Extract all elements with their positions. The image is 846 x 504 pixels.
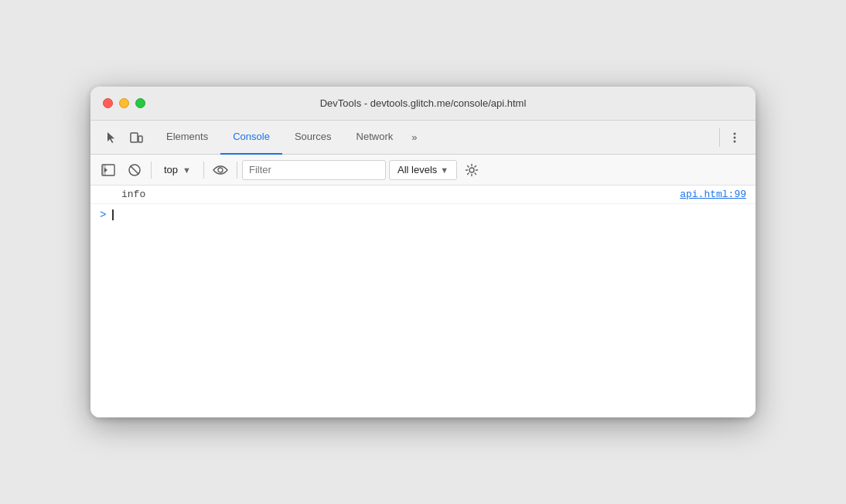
device-toggle-button[interactable] bbox=[125, 126, 148, 149]
close-button[interactable] bbox=[103, 98, 113, 108]
context-selector[interactable]: top ▼ bbox=[156, 161, 199, 179]
svg-point-2 bbox=[734, 132, 736, 135]
maximize-button[interactable] bbox=[135, 98, 145, 108]
clear-icon bbox=[128, 163, 142, 177]
traffic-lights bbox=[103, 98, 145, 108]
filter-input[interactable] bbox=[249, 164, 379, 175]
tab-network[interactable]: Network bbox=[344, 121, 406, 155]
tab-sources[interactable]: Sources bbox=[282, 121, 344, 155]
toolbar-divider bbox=[719, 128, 720, 147]
more-options-button[interactable] bbox=[723, 126, 746, 149]
console-settings-button[interactable] bbox=[460, 159, 483, 181]
console-cursor bbox=[112, 209, 114, 220]
console-divider-1 bbox=[151, 162, 152, 179]
svg-rect-1 bbox=[138, 136, 142, 142]
console-prompt: > bbox=[100, 209, 106, 221]
toolbar-end bbox=[710, 126, 752, 149]
window-title: DevTools - devtools.glitch.me/console/ap… bbox=[320, 97, 527, 109]
log-levels-button[interactable]: All levels ▼ bbox=[389, 160, 457, 180]
title-bar: DevTools - devtools.glitch.me/console/ap… bbox=[90, 87, 756, 121]
svg-rect-0 bbox=[131, 133, 138, 142]
svg-point-4 bbox=[734, 140, 736, 142]
levels-arrow-icon: ▼ bbox=[440, 165, 449, 175]
tab-list: Elements Console Sources Network » bbox=[154, 121, 710, 155]
console-divider-3 bbox=[237, 162, 237, 179]
console-log-row: info api.html:99 bbox=[90, 186, 756, 204]
devtools-toolbar: Elements Console Sources Network » bbox=[90, 121, 756, 155]
svg-point-3 bbox=[734, 136, 736, 138]
inspect-element-button[interactable] bbox=[100, 126, 123, 149]
console-toolbar: top ▼ All levels ▼ bbox=[90, 155, 756, 186]
device-icon bbox=[129, 131, 143, 145]
gear-icon bbox=[465, 163, 479, 177]
svg-point-11 bbox=[469, 168, 474, 172]
console-output: info api.html:99 > bbox=[90, 186, 756, 417]
svg-point-10 bbox=[218, 168, 223, 172]
tab-console[interactable]: Console bbox=[220, 121, 282, 155]
sidebar-icon bbox=[101, 164, 115, 176]
devtools-window: DevTools - devtools.glitch.me/console/ap… bbox=[90, 87, 756, 417]
filter-input-container bbox=[242, 160, 386, 180]
svg-line-9 bbox=[131, 165, 139, 174]
context-arrow-icon: ▼ bbox=[183, 165, 191, 175]
console-divider-2 bbox=[203, 162, 204, 179]
cursor-icon bbox=[104, 131, 118, 145]
console-log-text: info bbox=[121, 189, 145, 200]
tab-elements[interactable]: Elements bbox=[154, 121, 220, 155]
eye-icon bbox=[213, 165, 228, 175]
console-log-source[interactable]: api.html:99 bbox=[680, 189, 746, 200]
tab-overflow-button[interactable]: » bbox=[405, 121, 423, 155]
toolbar-icons bbox=[94, 126, 154, 149]
console-input-row: > bbox=[90, 204, 756, 226]
clear-console-button[interactable] bbox=[123, 159, 146, 181]
show-sidebar-button[interactable] bbox=[97, 159, 120, 181]
more-options-icon bbox=[728, 131, 741, 144]
live-expressions-button[interactable] bbox=[209, 159, 232, 181]
minimize-button[interactable] bbox=[119, 98, 129, 108]
